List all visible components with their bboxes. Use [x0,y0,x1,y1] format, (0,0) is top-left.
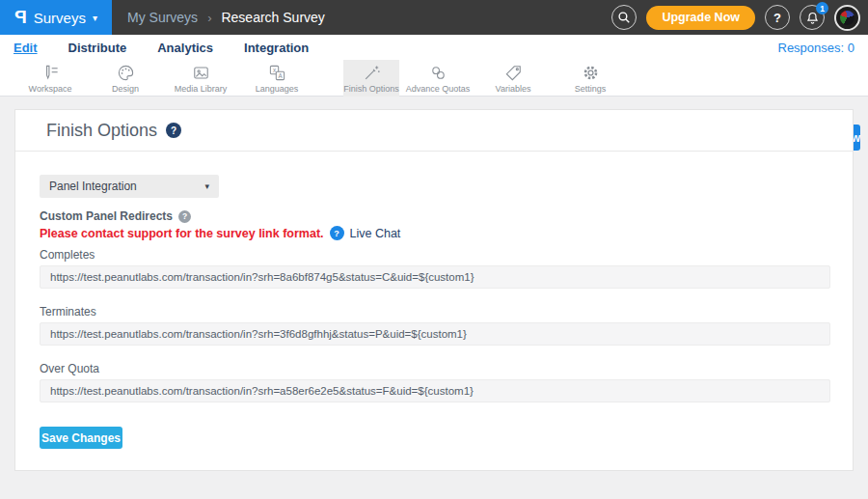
toolbar-label: Advance Quotas [406,84,471,94]
terminates-label: Terminates [40,305,828,319]
topbar-actions: Upgrade Now ? 1 [611,5,868,31]
support-notice-text: Please contact support for the survey li… [40,227,324,240]
tab-analytics[interactable]: Analytics [157,41,213,55]
completes-url-input[interactable]: https://test.peanutlabs.com/transaction/… [40,265,830,289]
top-bar: P Surveys ▾ My Surveys › Research Survey… [0,0,868,35]
workspace-icon [41,64,60,82]
live-chat-icon[interactable]: ? [330,226,344,240]
languages-icon: xA [268,64,286,82]
surveys-product-menu[interactable]: P Surveys ▾ [0,0,112,35]
page-title: Finish Options [46,121,157,141]
over-quota-url-input[interactable]: https://test.peanutlabs.com/transaction/… [40,379,830,402]
toolbar-item-settings[interactable]: Settings [557,60,623,97]
panel-header: Finish Options ? [15,110,853,152]
settings-icon [582,64,600,82]
search-button[interactable] [611,5,637,30]
advance-quotas-icon [429,64,448,82]
tab-edit[interactable]: Edit [14,41,38,55]
toolbar-item-workspace[interactable]: Workspace [14,60,87,97]
finish-options-panel: Finish Options ? Panel Integration ▾ Cus… [14,109,854,471]
panel-integration-dropdown[interactable]: Panel Integration ▾ [40,175,219,198]
avatar[interactable] [834,5,860,31]
live-chat-link[interactable]: Live Chat [350,227,401,240]
notifications-button[interactable]: 1 [800,5,825,30]
notification-count-badge: 1 [816,2,828,14]
toolbar-item-variables[interactable]: Variables [476,60,550,97]
toolbar-item-advance-quotas[interactable]: Advance Quotas [399,60,476,97]
questionpro-finish-options-page: P Surveys ▾ My Surveys › Research Survey… [0,0,868,499]
search-icon [617,11,631,24]
breadcrumb-current-survey: Research Survey [221,10,324,25]
toolbar-item-finish-options[interactable]: Finish Options [343,60,399,97]
breadcrumb-my-surveys[interactable]: My Surveys [127,10,198,25]
questionpro-logo-icon: P [14,7,27,28]
finish-options-help-icon[interactable]: ? [166,123,181,138]
dropdown-selected-value: Panel Integration [49,180,137,193]
variables-icon [504,64,523,82]
question-mark-icon: ? [773,11,781,25]
section-title: Custom Panel Redirects [40,209,173,223]
media-library-icon [192,64,210,82]
tab-integration[interactable]: Integration [244,41,309,55]
finish-options-icon [363,64,381,82]
upgrade-now-button[interactable]: Upgrade Now [646,6,755,30]
chevron-down-icon: ▾ [204,181,209,191]
toolbar-label: Design [112,84,139,94]
toolbar-label: Variables [496,84,531,94]
avatar-gauge-icon [840,11,854,25]
tab-distribute[interactable]: Distribute [68,41,127,55]
terminates-url-input[interactable]: https://test.peanutlabs.com/transaction/… [40,322,830,346]
toolbar-label: Settings [575,84,607,94]
custom-panel-redirects-header: Custom Panel Redirects ? [40,209,828,223]
terminates-field-group: Terminates https://test.peanutlabs.com/t… [40,305,828,346]
breadcrumb: My Surveys › Research Survey [127,10,325,25]
chevron-down-icon: ▾ [93,13,97,23]
edit-toolbar: Workspace Design Media Library xA Langua… [0,60,868,97]
toolbar-label: Media Library [175,84,228,94]
product-name: Surveys [34,10,86,26]
toolbar-item-media-library[interactable]: Media Library [160,60,241,97]
over-quota-field-group: Over Quota https://test.peanutlabs.com/t… [40,362,828,402]
panel-body: Panel Integration ▾ Custom Panel Redirec… [15,152,853,449]
survey-nav: Edit Distribute Analytics Integration Re… [0,35,868,60]
toolbar-label: Workspace [29,84,72,94]
over-quota-label: Over Quota [40,362,828,375]
toolbar-label: Finish Options [343,84,399,94]
save-changes-button[interactable]: Save Changes [40,427,122,449]
help-button[interactable]: ? [765,5,790,30]
toolbar-label: Languages [256,84,299,94]
responses-count: Responses: 0 [778,41,855,55]
section-help-icon[interactable]: ? [178,210,191,223]
toolbar-item-languages[interactable]: xA Languages [240,60,313,97]
design-icon [117,64,135,82]
toolbar-item-design[interactable]: Design [89,60,162,97]
breadcrumb-separator-icon: › [207,11,211,25]
support-notice-row: Please contact support for the survey li… [40,226,828,240]
completes-field-group: Completes https://test.peanutlabs.com/tr… [40,248,828,289]
completes-label: Completes [40,248,828,262]
